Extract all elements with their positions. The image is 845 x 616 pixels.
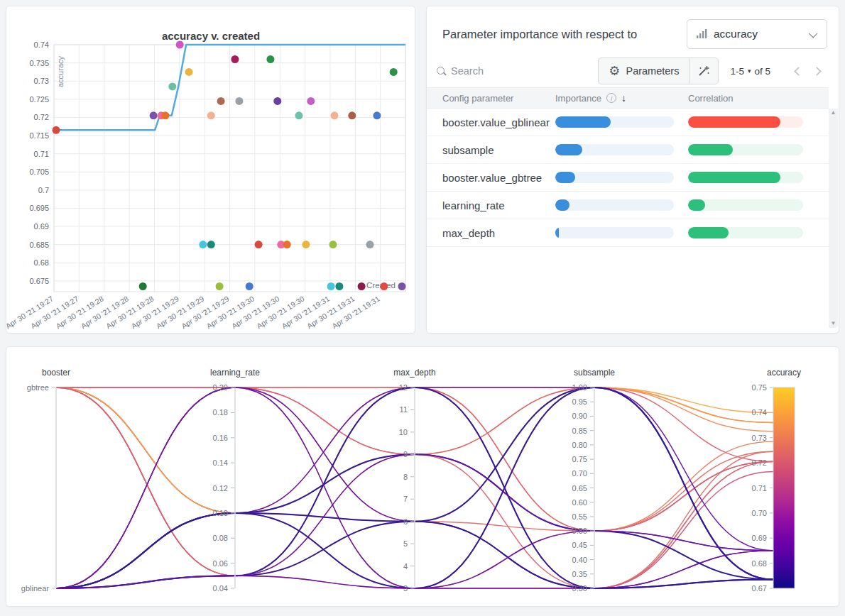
pagination-total: of 5 — [754, 66, 770, 77]
svg-text:0.70: 0.70 — [752, 509, 767, 517]
scatter-point[interactable] — [327, 282, 335, 290]
info-icon[interactable]: i — [606, 93, 616, 103]
svg-text:0.735: 0.735 — [29, 59, 49, 67]
scatter-point[interactable] — [335, 282, 343, 290]
svg-text:4: 4 — [403, 562, 408, 571]
scatter-point[interactable] — [217, 97, 225, 105]
importance-toolbar: Search ⚙ Parameters 1-5 ▾ of 5 — [437, 57, 826, 84]
scrollbar[interactable]: ▲ ▼ — [829, 109, 838, 328]
chevron-down-icon — [809, 28, 818, 38]
header-correlation: Correlation — [688, 93, 829, 104]
pagination-next-button[interactable] — [807, 62, 826, 80]
search-placeholder: Search — [451, 65, 484, 77]
pagination-range[interactable]: 1-5 — [730, 66, 744, 77]
table-row[interactable]: booster.value_gblinear — [427, 109, 829, 136]
svg-text:0.40: 0.40 — [572, 556, 587, 564]
importance-bar — [555, 227, 674, 238]
scatter-point[interactable] — [380, 282, 388, 290]
svg-text:0.73: 0.73 — [752, 434, 767, 442]
panel-title: Parameter importance with respect to — [442, 28, 637, 41]
svg-text:0.14: 0.14 — [213, 458, 228, 467]
scatter-point[interactable] — [176, 41, 184, 49]
parallel-coordinates-panel: boostergbtreegblinearlearning_rate0.200.… — [6, 346, 839, 607]
header-config-parameter: Config parameter — [427, 93, 555, 104]
svg-text:5: 5 — [403, 539, 408, 548]
search-icon — [437, 67, 446, 76]
scatter-point[interactable] — [161, 111, 169, 119]
scatter-point[interactable] — [207, 241, 215, 248]
accuracy-vs-created-chart[interactable]: 0.740.7350.730.7250.720.7150.710.7050.70… — [6, 6, 415, 333]
scatter-point[interactable] — [348, 111, 356, 119]
svg-text:0.85: 0.85 — [572, 427, 587, 435]
parallel-coordinates-chart[interactable]: boostergbtreegblinearlearning_rate0.200.… — [6, 347, 839, 606]
scatter-point[interactable] — [231, 55, 239, 63]
svg-text:0.71: 0.71 — [752, 484, 767, 493]
bar-chart-icon — [697, 29, 707, 39]
search-input[interactable]: Search — [437, 65, 598, 77]
svg-text:0.74: 0.74 — [752, 408, 767, 417]
header-importance-label: Importance — [555, 93, 601, 104]
accuracy-colorbar — [773, 387, 795, 588]
parameters-button[interactable]: ⚙ Parameters — [599, 58, 689, 84]
scatter-point[interactable] — [273, 97, 281, 105]
scatter-point[interactable] — [283, 241, 291, 248]
scatter-point[interactable] — [302, 241, 310, 248]
scatter-point[interactable] — [216, 282, 224, 290]
svg-text:12: 12 — [399, 383, 408, 392]
scatter-point[interactable] — [246, 282, 254, 290]
scatter-point[interactable] — [139, 282, 147, 290]
scatter-point[interactable] — [295, 111, 303, 119]
config-parameter-name: subsample — [427, 144, 555, 156]
scroll-up-icon[interactable]: ▲ — [831, 110, 836, 116]
scatter-point[interactable] — [255, 241, 263, 248]
scatter-point[interactable] — [373, 111, 381, 119]
scatter-point[interactable] — [207, 111, 215, 119]
scatter-point[interactable] — [329, 241, 337, 248]
scatter-point[interactable] — [199, 241, 207, 248]
parameters-button-label: Parameters — [626, 65, 679, 77]
scatter-panel: 0.740.7350.730.7250.720.7150.710.7050.70… — [6, 6, 415, 334]
scatter-point[interactable] — [390, 68, 398, 76]
importance-header: Parameter importance with respect to acc… — [442, 18, 827, 50]
magic-wand-button[interactable] — [689, 58, 718, 84]
table-header-row: Config parameter Importance i ↓ Correlat… — [427, 87, 829, 109]
scatter-point[interactable] — [168, 82, 176, 90]
scatter-point[interactable] — [53, 126, 60, 134]
scatter-point[interactable] — [185, 68, 193, 76]
scatter-point[interactable] — [235, 97, 243, 105]
svg-text:0.12: 0.12 — [213, 484, 228, 493]
scatter-point[interactable] — [307, 97, 315, 105]
table-row[interactable]: max_depth — [427, 219, 829, 247]
svg-text:0.35: 0.35 — [572, 570, 587, 578]
axis-label: learning_rate — [210, 368, 260, 378]
svg-text:0.90: 0.90 — [572, 412, 587, 420]
scatter-point[interactable] — [331, 111, 339, 119]
sort-desc-icon[interactable]: ↓ — [621, 92, 626, 104]
svg-text:0.725: 0.725 — [29, 95, 49, 104]
scatter-point[interactable] — [358, 282, 366, 290]
svg-text:0.69: 0.69 — [34, 222, 49, 231]
svg-text:0.695: 0.695 — [29, 204, 49, 212]
svg-text:6: 6 — [403, 517, 408, 526]
svg-text:0.20: 0.20 — [213, 383, 228, 392]
svg-text:0.71: 0.71 — [34, 150, 49, 158]
correlation-bar — [688, 172, 803, 183]
table-row[interactable]: booster.value_gbtree — [427, 164, 829, 192]
svg-text:0.68: 0.68 — [34, 258, 49, 267]
svg-text:0.50: 0.50 — [572, 527, 587, 535]
scatter-point[interactable] — [366, 241, 374, 248]
importance-bar — [555, 116, 674, 128]
pagination-prev-button[interactable] — [789, 62, 807, 80]
header-importance[interactable]: Importance i ↓ — [555, 92, 688, 104]
metric-selector-dropdown[interactable]: accuracy — [687, 19, 827, 49]
magic-wand-icon — [697, 65, 710, 77]
scatter-point[interactable] — [266, 55, 274, 63]
scroll-down-icon[interactable]: ▼ — [831, 321, 836, 326]
scatter-point[interactable] — [398, 282, 406, 290]
svg-text:1.00: 1.00 — [572, 383, 587, 392]
svg-text:0.705: 0.705 — [29, 167, 49, 176]
table-row[interactable]: subsample — [427, 136, 829, 164]
chevron-right-icon — [812, 67, 822, 76]
scatter-point[interactable] — [150, 111, 158, 119]
table-row[interactable]: learning_rate — [427, 192, 829, 219]
